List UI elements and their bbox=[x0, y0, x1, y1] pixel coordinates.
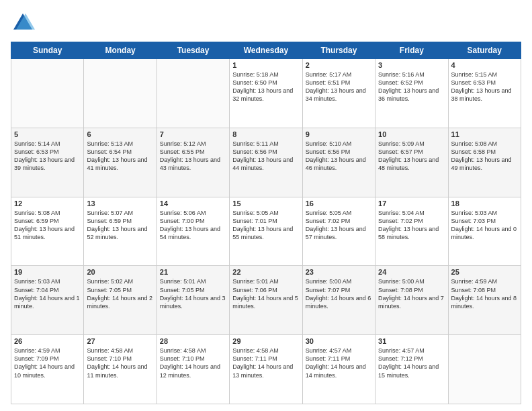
week-row-3: 12Sunrise: 5:08 AM Sunset: 6:59 PM Dayli… bbox=[11, 197, 521, 266]
day-number: 29 bbox=[232, 337, 299, 345]
day-number: 6 bbox=[87, 130, 153, 138]
day-number: 4 bbox=[451, 61, 518, 69]
header-day-friday: Friday bbox=[375, 42, 448, 59]
header-day-saturday: Saturday bbox=[448, 42, 521, 59]
header-day-sunday: Sunday bbox=[11, 42, 84, 59]
day-content: Sunrise: 4:59 AM Sunset: 7:09 PM Dayligh… bbox=[14, 347, 81, 379]
day-number: 8 bbox=[232, 130, 299, 138]
calendar-cell: 15Sunrise: 5:05 AM Sunset: 7:01 PM Dayli… bbox=[230, 197, 302, 266]
calendar-cell: 10Sunrise: 5:09 AM Sunset: 6:57 PM Dayli… bbox=[375, 128, 448, 197]
day-content: Sunrise: 4:58 AM Sunset: 7:11 PM Dayligh… bbox=[232, 347, 299, 379]
day-content: Sunrise: 5:18 AM Sunset: 6:50 PM Dayligh… bbox=[232, 71, 299, 103]
calendar-cell: 20Sunrise: 5:02 AM Sunset: 7:05 PM Dayli… bbox=[84, 266, 157, 335]
calendar-cell bbox=[157, 59, 229, 128]
day-number: 18 bbox=[451, 199, 518, 208]
day-number: 17 bbox=[378, 199, 445, 208]
calendar-cell: 7Sunrise: 5:12 AM Sunset: 6:55 PM Daylig… bbox=[157, 128, 229, 197]
week-row-5: 26Sunrise: 4:59 AM Sunset: 7:09 PM Dayli… bbox=[11, 335, 521, 404]
calendar-cell: 16Sunrise: 5:05 AM Sunset: 7:02 PM Dayli… bbox=[302, 197, 375, 266]
day-content: Sunrise: 5:01 AM Sunset: 7:06 PM Dayligh… bbox=[232, 277, 299, 310]
header-day-monday: Monday bbox=[84, 42, 157, 59]
day-content: Sunrise: 5:12 AM Sunset: 6:55 PM Dayligh… bbox=[160, 140, 226, 173]
calendar-cell: 14Sunrise: 5:06 AM Sunset: 7:00 PM Dayli… bbox=[157, 197, 229, 266]
calendar-cell: 30Sunrise: 4:57 AM Sunset: 7:11 PM Dayli… bbox=[302, 335, 375, 404]
day-content: Sunrise: 5:17 AM Sunset: 6:51 PM Dayligh… bbox=[306, 71, 372, 103]
calendar-cell: 1Sunrise: 5:18 AM Sunset: 6:50 PM Daylig… bbox=[230, 59, 302, 128]
calendar-cell: 4Sunrise: 5:15 AM Sunset: 6:53 PM Daylig… bbox=[448, 59, 521, 128]
day-number: 1 bbox=[232, 61, 299, 69]
calendar-cell bbox=[84, 59, 157, 128]
day-number: 13 bbox=[87, 199, 153, 208]
calendar-cell: 17Sunrise: 5:04 AM Sunset: 7:02 PM Dayli… bbox=[375, 197, 448, 266]
calendar-cell: 28Sunrise: 4:58 AM Sunset: 7:10 PM Dayli… bbox=[157, 335, 229, 404]
day-number: 30 bbox=[306, 337, 372, 345]
calendar-cell: 31Sunrise: 4:57 AM Sunset: 7:12 PM Dayli… bbox=[375, 335, 448, 404]
header bbox=[11, 11, 521, 35]
day-content: Sunrise: 4:58 AM Sunset: 7:10 PM Dayligh… bbox=[160, 347, 226, 379]
calendar-cell: 24Sunrise: 5:00 AM Sunset: 7:08 PM Dayli… bbox=[375, 266, 448, 335]
day-number: 14 bbox=[160, 199, 226, 208]
logo bbox=[11, 11, 38, 35]
calendar-cell: 27Sunrise: 4:58 AM Sunset: 7:10 PM Dayli… bbox=[84, 335, 157, 404]
day-content: Sunrise: 5:16 AM Sunset: 6:52 PM Dayligh… bbox=[378, 71, 445, 103]
calendar-cell: 26Sunrise: 4:59 AM Sunset: 7:09 PM Dayli… bbox=[11, 335, 84, 404]
day-number: 27 bbox=[87, 337, 153, 345]
day-number: 25 bbox=[451, 268, 518, 276]
day-content: Sunrise: 5:15 AM Sunset: 6:53 PM Dayligh… bbox=[451, 71, 518, 103]
day-content: Sunrise: 5:07 AM Sunset: 6:59 PM Dayligh… bbox=[87, 209, 153, 242]
calendar-cell: 9Sunrise: 5:10 AM Sunset: 6:56 PM Daylig… bbox=[302, 128, 375, 197]
day-number: 19 bbox=[14, 268, 81, 276]
day-content: Sunrise: 5:13 AM Sunset: 6:54 PM Dayligh… bbox=[87, 140, 153, 173]
calendar-cell: 3Sunrise: 5:16 AM Sunset: 6:52 PM Daylig… bbox=[375, 59, 448, 128]
day-number: 10 bbox=[378, 130, 445, 138]
calendar-cell: 18Sunrise: 5:03 AM Sunset: 7:03 PM Dayli… bbox=[448, 197, 521, 266]
day-number: 11 bbox=[451, 130, 518, 138]
day-number: 24 bbox=[378, 268, 445, 276]
header-day-thursday: Thursday bbox=[302, 42, 375, 59]
day-content: Sunrise: 5:00 AM Sunset: 7:08 PM Dayligh… bbox=[378, 277, 445, 310]
header-row: SundayMondayTuesdayWednesdayThursdayFrid… bbox=[11, 42, 521, 59]
day-number: 5 bbox=[14, 130, 81, 138]
day-content: Sunrise: 4:58 AM Sunset: 7:10 PM Dayligh… bbox=[87, 347, 153, 379]
day-content: Sunrise: 5:04 AM Sunset: 7:02 PM Dayligh… bbox=[378, 209, 445, 242]
page: SundayMondayTuesdayWednesdayThursdayFrid… bbox=[0, 0, 532, 411]
week-row-2: 5Sunrise: 5:14 AM Sunset: 6:53 PM Daylig… bbox=[11, 128, 521, 197]
logo-icon bbox=[11, 11, 35, 35]
day-content: Sunrise: 5:11 AM Sunset: 6:56 PM Dayligh… bbox=[232, 140, 299, 173]
day-number: 12 bbox=[14, 199, 81, 208]
day-content: Sunrise: 5:03 AM Sunset: 7:03 PM Dayligh… bbox=[451, 209, 518, 242]
day-content: Sunrise: 5:02 AM Sunset: 7:05 PM Dayligh… bbox=[87, 277, 153, 310]
day-number: 26 bbox=[14, 337, 81, 345]
calendar-cell: 25Sunrise: 4:59 AM Sunset: 7:08 PM Dayli… bbox=[448, 266, 521, 335]
week-row-1: 1Sunrise: 5:18 AM Sunset: 6:50 PM Daylig… bbox=[11, 59, 521, 128]
day-content: Sunrise: 5:05 AM Sunset: 7:02 PM Dayligh… bbox=[306, 209, 372, 242]
day-number: 22 bbox=[232, 268, 299, 276]
day-number: 15 bbox=[232, 199, 299, 208]
day-content: Sunrise: 4:57 AM Sunset: 7:11 PM Dayligh… bbox=[306, 347, 372, 379]
calendar-cell bbox=[11, 59, 84, 128]
calendar-cell: 11Sunrise: 5:08 AM Sunset: 6:58 PM Dayli… bbox=[448, 128, 521, 197]
calendar-cell: 21Sunrise: 5:01 AM Sunset: 7:05 PM Dayli… bbox=[157, 266, 229, 335]
day-content: Sunrise: 5:14 AM Sunset: 6:53 PM Dayligh… bbox=[14, 140, 81, 173]
day-number: 31 bbox=[378, 337, 445, 345]
day-number: 23 bbox=[306, 268, 372, 276]
day-number: 28 bbox=[160, 337, 226, 345]
day-content: Sunrise: 5:06 AM Sunset: 7:00 PM Dayligh… bbox=[160, 209, 226, 242]
calendar-table: SundayMondayTuesdayWednesdayThursdayFrid… bbox=[11, 42, 521, 404]
day-number: 16 bbox=[306, 199, 372, 208]
day-content: Sunrise: 5:08 AM Sunset: 6:58 PM Dayligh… bbox=[451, 140, 518, 173]
day-number: 3 bbox=[378, 61, 445, 69]
day-content: Sunrise: 4:59 AM Sunset: 7:08 PM Dayligh… bbox=[451, 277, 518, 310]
week-row-4: 19Sunrise: 5:03 AM Sunset: 7:04 PM Dayli… bbox=[11, 266, 521, 335]
calendar-cell: 23Sunrise: 5:00 AM Sunset: 7:07 PM Dayli… bbox=[302, 266, 375, 335]
header-day-wednesday: Wednesday bbox=[230, 42, 302, 59]
calendar-cell: 22Sunrise: 5:01 AM Sunset: 7:06 PM Dayli… bbox=[230, 266, 302, 335]
calendar-cell: 8Sunrise: 5:11 AM Sunset: 6:56 PM Daylig… bbox=[230, 128, 302, 197]
header-day-tuesday: Tuesday bbox=[157, 42, 229, 59]
calendar-cell: 19Sunrise: 5:03 AM Sunset: 7:04 PM Dayli… bbox=[11, 266, 84, 335]
calendar-cell: 6Sunrise: 5:13 AM Sunset: 6:54 PM Daylig… bbox=[84, 128, 157, 197]
day-content: Sunrise: 5:10 AM Sunset: 6:56 PM Dayligh… bbox=[306, 140, 372, 173]
day-content: Sunrise: 4:57 AM Sunset: 7:12 PM Dayligh… bbox=[378, 347, 445, 379]
calendar-cell: 2Sunrise: 5:17 AM Sunset: 6:51 PM Daylig… bbox=[302, 59, 375, 128]
calendar-cell bbox=[448, 335, 521, 404]
